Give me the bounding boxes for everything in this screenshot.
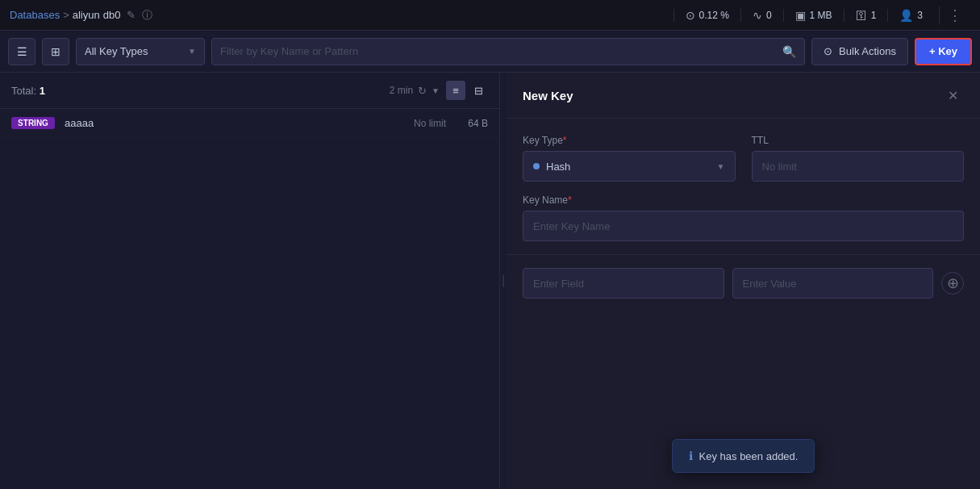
list-icon: ☰ [17, 45, 27, 58]
cpu-value: 0.12 % [699, 10, 729, 21]
stat-keys: ⚿ 1 [844, 9, 888, 22]
chevron-down-icon: ▼ [188, 47, 196, 56]
stats-bar: ⊙ 0.12 % ∿ 0 ▣ 1 MB ⚿ 1 👤 3 [673, 9, 934, 22]
key-name-group: Key Name* [523, 194, 964, 241]
toast-message: Key has been added. [699, 450, 799, 462]
grid-icon: ⊞ [51, 45, 60, 58]
top-bar-menu-icon[interactable]: ⋮ [939, 6, 970, 24]
add-field-icon: ⊕ [947, 274, 959, 292]
ttl-group: TTL [752, 135, 965, 182]
databases-link[interactable]: Databases [10, 9, 60, 21]
refresh-time: 2 min [390, 85, 413, 96]
stat-mem: ▣ 1 MB [783, 9, 844, 22]
key-icon: ⚿ [856, 9, 867, 22]
breadcrumb: Databases > aliyun db0 ✎ ⓘ [10, 8, 152, 23]
key-type-label: Key Type* [523, 135, 736, 146]
users-value: 3 [917, 10, 923, 21]
drag-handle[interactable]: | [500, 73, 507, 489]
key-name-input[interactable] [523, 211, 964, 241]
toolbar: ☰ ⊞ All Key Types ▼ 🔍 ⊙ Bulk Actions + K… [0, 31, 980, 73]
right-panel: New Key ✕ Key Type* Hash ▼ [507, 73, 980, 489]
key-list: STRING aaaaa No limit 64 B [0, 109, 499, 489]
new-key-title: New Key [523, 89, 573, 102]
form-divider [507, 254, 980, 255]
mem-value: 1 MB [810, 10, 832, 21]
top-bar: Databases > aliyun db0 ✎ ⓘ ⊙ 0.12 % ∿ 0 … [0, 0, 980, 31]
new-key-form: Key Type* Hash ▼ TTL Key Name* [507, 119, 980, 302]
toast-icon: ℹ [689, 449, 693, 462]
toast-notification: ℹ Key has been added. [672, 439, 815, 473]
key-type-group: Key Type* Hash ▼ [523, 135, 736, 182]
key-type-value: Hash [546, 161, 570, 173]
bulk-actions-label: Bulk Actions [839, 45, 896, 57]
grid-view-button[interactable]: ⊞ [42, 38, 69, 65]
field-value-row: ⊕ [523, 268, 964, 302]
info-icon[interactable]: ⓘ [142, 8, 152, 23]
form-row-type-ttl: Key Type* Hash ▼ TTL [523, 135, 964, 182]
compact-view-btn[interactable]: ⊟ [469, 81, 488, 100]
db-label: aliyun [73, 9, 100, 21]
refresh-icon[interactable]: ↻ [418, 85, 427, 97]
table-row[interactable]: STRING aaaaa No limit 64 B [0, 109, 499, 138]
add-key-label: + Key [929, 45, 957, 57]
add-key-button[interactable]: + Key [915, 38, 972, 65]
key-ttl: No limit [414, 118, 446, 129]
user-icon: 👤 [899, 9, 913, 22]
ttl-label: TTL [752, 135, 965, 146]
db-name: db0 [103, 9, 121, 21]
list-view-btn[interactable]: ≡ [446, 81, 465, 100]
key-type-dropdown[interactable]: Hash ▼ [523, 151, 736, 182]
key-size: 64 B [456, 118, 488, 129]
bulk-actions-button[interactable]: ⊙ Bulk Actions [811, 38, 908, 65]
cpu-icon: ⊙ [686, 9, 695, 22]
key-type-select[interactable]: All Key Types ▼ [76, 38, 205, 65]
key-name-label: Key Name* [523, 194, 964, 206]
conn-value: 0 [766, 10, 772, 21]
conn-icon: ∿ [753, 9, 762, 22]
stat-users: 👤 3 [887, 9, 934, 22]
stat-conn: ∿ 0 [740, 9, 783, 22]
new-key-header: New Key ✕ [507, 73, 980, 119]
refresh-chevron-icon[interactable]: ▼ [432, 86, 440, 95]
bulk-actions-icon: ⊙ [824, 45, 832, 57]
total-label: Total: 1 [11, 85, 45, 97]
total-count: 1 [40, 85, 45, 97]
add-field-button[interactable]: ⊕ [941, 272, 964, 295]
close-button[interactable]: ✕ [941, 84, 964, 107]
key-type-badge: STRING [11, 117, 55, 129]
hash-dot-icon [533, 163, 540, 169]
key-name: aaaaa [65, 117, 404, 129]
mem-icon: ▣ [795, 9, 806, 22]
chevron-down-icon: ▼ [717, 162, 725, 171]
refresh-info: 2 min ↻ ▼ [390, 85, 440, 97]
value-input[interactable] [732, 268, 934, 299]
ttl-input[interactable] [752, 151, 965, 182]
edit-icon[interactable]: ✎ [127, 9, 136, 21]
left-panel: Total: 1 2 min ↻ ▼ ≡ ⊟ STRING aaaaa No l… [0, 73, 500, 489]
list-header: Total: 1 2 min ↻ ▼ ≡ ⊟ [0, 73, 499, 109]
main-content: Total: 1 2 min ↻ ▼ ≡ ⊟ STRING aaaaa No l… [0, 73, 980, 489]
key-type-select-label: All Key Types [85, 45, 148, 57]
field-input[interactable] [523, 268, 724, 299]
filter-input[interactable] [220, 45, 776, 57]
list-view-button[interactable]: ☰ [8, 38, 35, 65]
breadcrumb-sep: > [63, 9, 69, 21]
view-toggle: ≡ ⊟ [446, 81, 488, 100]
search-icon[interactable]: 🔍 [782, 45, 796, 58]
filter-input-wrap: 🔍 [211, 38, 805, 65]
keys-value: 1 [871, 10, 877, 21]
stat-cpu: ⊙ 0.12 % [673, 9, 740, 22]
